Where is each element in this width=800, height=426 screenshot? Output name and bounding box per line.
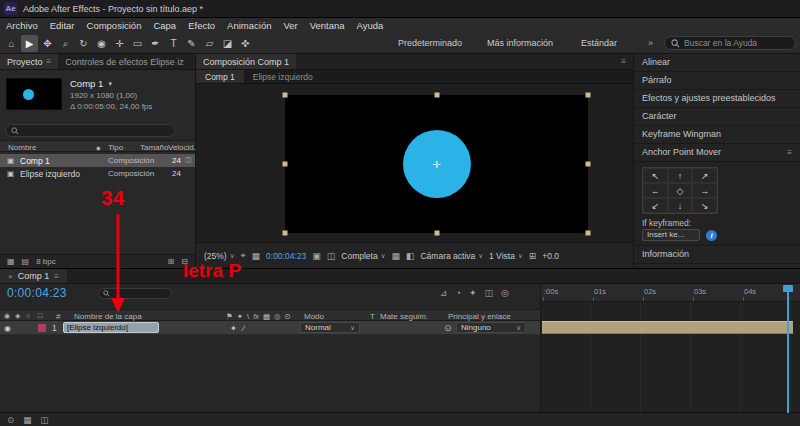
menu-efecto[interactable]: Efecto bbox=[182, 18, 221, 33]
menu-ayuda[interactable]: Ayuda bbox=[351, 18, 390, 33]
info-icon[interactable]: i bbox=[706, 230, 717, 241]
menu-ventana[interactable]: Ventana bbox=[304, 18, 351, 33]
selection-handle[interactable] bbox=[434, 231, 439, 236]
view-layout-select[interactable]: 1 Vista ∨ bbox=[489, 251, 523, 261]
comp-info-name[interactable]: Comp 1 bbox=[70, 78, 103, 89]
pixel-aspect-icon[interactable]: ⊞ bbox=[529, 251, 537, 261]
anchor-up-left-button[interactable]: ↖ bbox=[643, 168, 668, 183]
composition-viewer[interactable]: ✛ bbox=[196, 84, 633, 242]
mini-flowchart-icon[interactable]: ⊿ bbox=[440, 288, 448, 298]
workspace-overflow-icon[interactable]: » bbox=[648, 33, 653, 54]
column-tipo[interactable]: Tipo bbox=[108, 143, 123, 152]
panel-menu-icon[interactable]: ≡ bbox=[54, 272, 59, 281]
anchor-down-left-button[interactable]: ↙ bbox=[643, 198, 668, 213]
anchor-up-right-button[interactable]: ↗ bbox=[692, 168, 717, 183]
blend-mode-select[interactable]: Normal ∨ bbox=[300, 322, 360, 333]
close-tab-icon[interactable]: × bbox=[8, 272, 13, 281]
menu-animacion[interactable]: Animación bbox=[221, 18, 277, 33]
viewer-timecode[interactable]: 0:00:04:23 bbox=[266, 251, 306, 261]
puppet-tool-icon[interactable]: ✜ bbox=[237, 35, 254, 52]
selection-handle[interactable] bbox=[283, 231, 288, 236]
composition-frame[interactable]: ✛ bbox=[285, 95, 588, 233]
composition-panel-menu[interactable]: ≡ bbox=[614, 54, 633, 69]
anchor-center-button[interactable]: ◇ bbox=[668, 183, 693, 198]
current-time-indicator-handle[interactable] bbox=[783, 285, 793, 292]
anchor-point-indicator[interactable]: ✛ bbox=[432, 159, 440, 170]
panel-informacion[interactable]: Información bbox=[634, 246, 800, 264]
workspace-tab-estandar[interactable]: Estándar bbox=[581, 33, 617, 54]
thumbnail-view-icon[interactable]: ▦ bbox=[7, 257, 15, 266]
parent-pickwhip-icon[interactable]: ⊙ bbox=[444, 323, 452, 333]
panel-parrafo[interactable]: Párrafo bbox=[634, 72, 800, 90]
menu-archivo[interactable]: Archivo bbox=[0, 18, 44, 33]
tab-composicion-comp-1[interactable]: Composición Comp 1 bbox=[196, 54, 296, 69]
layer-visibility-toggle[interactable]: ◉ bbox=[4, 324, 11, 333]
zoom-tool-icon[interactable]: ⌕ bbox=[57, 35, 74, 52]
column-mode[interactable]: Modo bbox=[304, 312, 324, 321]
selection-handle[interactable] bbox=[586, 162, 591, 167]
pen-tool-icon[interactable]: ✒ bbox=[147, 35, 164, 52]
pan-behind-tool-icon[interactable]: ✛ bbox=[111, 35, 128, 52]
viewer-tab-elipse-izquierdo[interactable]: Elipse izquierdo bbox=[244, 70, 322, 83]
anchor-down-right-button[interactable]: ↘ bbox=[692, 198, 717, 213]
expand-in-out-toggle[interactable]: ◫ bbox=[40, 415, 48, 425]
layer-name-field[interactable]: [Elipse izquierdo] bbox=[63, 322, 159, 333]
anchor-left-button[interactable]: ← bbox=[643, 183, 668, 198]
eraser-tool-icon[interactable]: ◪ bbox=[219, 35, 236, 52]
label-column-icon[interactable]: ◆ bbox=[96, 144, 101, 151]
safe-zones-icon[interactable]: ⌖ bbox=[240, 250, 245, 261]
selection-handle[interactable] bbox=[586, 231, 591, 236]
hand-tool-icon[interactable]: ✥ bbox=[39, 35, 56, 52]
shape-tool-icon[interactable]: ▭ bbox=[129, 35, 146, 52]
bit-depth-indicator[interactable]: 8 bpc bbox=[36, 257, 56, 266]
workspace-tab-mas-informacion[interactable]: Más información bbox=[487, 33, 553, 54]
camera-select[interactable]: Cámara activa ∨ bbox=[420, 251, 483, 261]
timeline-search-input[interactable] bbox=[113, 289, 167, 298]
panel-menu-icon[interactable]: ≡ bbox=[47, 57, 52, 66]
layer-label-chip[interactable] bbox=[38, 324, 46, 332]
project-row-elipse-izquierdo[interactable]: ▣ Elipse izquierdo Composición 24 bbox=[0, 167, 195, 180]
quality-toggle[interactable]: ∕ bbox=[243, 324, 244, 333]
frame-blending-icon[interactable]: ◫ bbox=[485, 288, 494, 298]
transparency-grid-icon[interactable]: ◧ bbox=[406, 251, 415, 261]
column-trkmat[interactable]: Mate seguim. bbox=[380, 312, 428, 321]
viewer-tab-comp-1[interactable]: Comp 1 bbox=[196, 70, 244, 83]
anchor-down-button[interactable]: ↓ bbox=[668, 198, 693, 213]
parent-select[interactable]: Ninguno ∨ bbox=[456, 322, 526, 333]
column-layer-name[interactable]: Nombre de la capa bbox=[74, 312, 142, 321]
collapse-transformations-toggle[interactable]: ✦ bbox=[230, 324, 237, 333]
delete-item-icon[interactable]: ⊟ bbox=[181, 257, 188, 266]
grid-guides-icon[interactable]: ▦ bbox=[252, 251, 261, 261]
selection-tool-icon[interactable]: ▶ bbox=[21, 35, 38, 52]
flyout-caret-icon[interactable]: ▼ bbox=[107, 81, 113, 87]
menu-capa[interactable]: Capa bbox=[147, 18, 182, 33]
column-t[interactable]: T bbox=[370, 312, 375, 321]
insert-keyframe-button[interactable]: Insert ke... bbox=[642, 229, 700, 241]
menu-ver[interactable]: Ver bbox=[277, 18, 303, 33]
timeline-timecode[interactable]: 0:00:04:23 bbox=[7, 286, 67, 300]
region-of-interest-icon[interactable]: ▦ bbox=[391, 251, 400, 261]
draft-3d-icon[interactable]: ◔ bbox=[456, 288, 461, 298]
anchor-up-button[interactable]: ↑ bbox=[668, 168, 693, 183]
layer-row[interactable]: ◉ 1 [Elipse izquierdo] ✦ ∕ Normal ∨ ⊙ Ni… bbox=[0, 321, 540, 335]
selection-handle[interactable] bbox=[283, 162, 288, 167]
orbit-tool-icon[interactable]: ↻ bbox=[75, 35, 92, 52]
show-snapshot-icon[interactable]: ◫ bbox=[327, 251, 336, 261]
hide-shy-icon[interactable]: ✦ bbox=[469, 288, 477, 298]
panel-caracter[interactable]: Carácter bbox=[634, 108, 800, 126]
selection-handle[interactable] bbox=[586, 93, 591, 98]
menu-composicion[interactable]: Composición bbox=[81, 18, 148, 33]
expand-layer-switches-toggle[interactable]: ⊙ bbox=[7, 415, 14, 425]
tab-proyecto[interactable]: Proyecto ≡ bbox=[0, 54, 58, 69]
workspace-tab-predeterminado[interactable]: Predeterminado bbox=[398, 33, 462, 54]
panel-anchor-point-mover[interactable]: Anchor Point Mover ≡ bbox=[634, 144, 800, 162]
camera-tool-icon[interactable]: ◉ bbox=[93, 35, 110, 52]
column-tamano[interactable]: Tamaño bbox=[140, 143, 168, 152]
column-index[interactable]: # bbox=[56, 312, 60, 321]
expand-transfer-controls-toggle[interactable]: ▦ bbox=[23, 415, 31, 425]
column-parent[interactable]: Principal y enlace bbox=[448, 312, 511, 321]
exposure-value[interactable]: +0.0 bbox=[542, 251, 559, 261]
selection-handle[interactable] bbox=[434, 93, 439, 98]
anchor-right-button[interactable]: → bbox=[692, 183, 717, 198]
current-time-indicator-line[interactable] bbox=[787, 285, 789, 413]
